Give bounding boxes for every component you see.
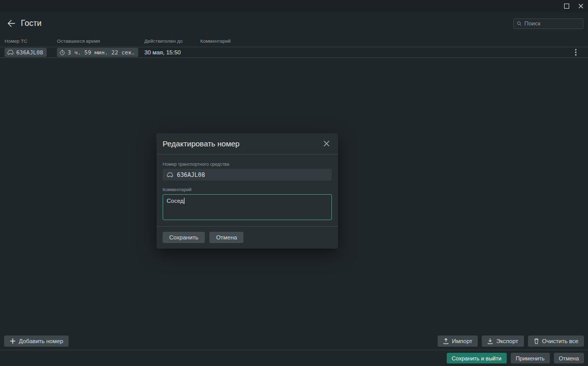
close-icon — [323, 140, 330, 147]
back-button[interactable] — [5, 17, 18, 30]
clear-all-label: Очистить все — [542, 338, 578, 344]
dialog-footer: Сохранить Отмена — [157, 226, 338, 249]
plate-field-label: Номер транспортного средства — [163, 162, 332, 167]
table-header-row: Номер ТС Оставшееся время Действителен д… — [0, 35, 588, 47]
close-icon — [578, 4, 583, 9]
dialog-cancel-button[interactable]: Отмена — [209, 232, 243, 243]
kebab-menu-icon — [575, 49, 577, 56]
column-header-plate: Номер ТС — [0, 38, 57, 44]
search-icon — [517, 21, 522, 26]
dialog-save-button[interactable]: Сохранить — [163, 232, 205, 243]
plus-icon — [10, 338, 16, 344]
add-number-button[interactable]: Добавить номер — [4, 336, 69, 347]
maximize-button[interactable] — [560, 0, 574, 12]
page-header: Гости — [0, 12, 588, 35]
dialog-body: Номер транспортного средства 636AJL08 Ко… — [157, 155, 338, 226]
export-button[interactable]: Экспорт — [482, 336, 523, 347]
footer-bar: Сохранить и выйти Применить Отмена — [0, 350, 588, 366]
titlebar — [0, 0, 588, 12]
import-button[interactable]: Импорт — [438, 336, 478, 347]
export-label: Экспорт — [496, 338, 518, 344]
import-icon — [443, 338, 449, 344]
dialog-title: Редактировать номер — [163, 139, 239, 148]
clear-all-button[interactable]: Очистить все — [528, 336, 584, 347]
comment-field-label: Комментарий — [163, 187, 332, 192]
column-header-comment: Комментарий — [200, 38, 570, 44]
apply-button[interactable]: Применить — [511, 353, 550, 363]
import-label: Импорт — [452, 338, 472, 344]
plate-input[interactable]: 636AJL08 — [163, 169, 332, 180]
column-header-time-left: Оставшееся время — [57, 38, 144, 44]
table-row[interactable]: 636AJL08 3 ч. 59 мин. 22 сек. 30 мая, 15… — [0, 47, 588, 58]
add-number-label: Добавить номер — [19, 338, 63, 344]
cell-plate: 636AJL08 — [0, 48, 57, 57]
save-and-exit-button[interactable]: Сохранить и выйти — [447, 353, 507, 363]
bottom-toolbar: Добавить номер Импорт Экспорт Очистить в… — [0, 332, 588, 350]
comment-textarea[interactable]: Сосед — [163, 194, 332, 220]
maximize-icon — [564, 4, 569, 9]
arrow-left-icon — [7, 20, 15, 27]
trash-icon — [534, 338, 539, 344]
cell-menu — [570, 47, 588, 58]
cell-valid-until: 30 мая, 15:50 — [144, 49, 200, 56]
search-input[interactable] — [524, 20, 580, 26]
export-icon — [487, 338, 493, 344]
plate-text: 636AJL08 — [16, 49, 43, 56]
page-title: Гости — [21, 19, 42, 28]
row-menu-button[interactable] — [570, 47, 582, 58]
valid-until-text: 30 мая, 15:50 — [144, 49, 181, 55]
close-window-button[interactable] — [574, 0, 588, 12]
edit-number-dialog: Редактировать номер Номер транспортного … — [157, 133, 338, 249]
footer-cancel-button[interactable]: Отмена — [554, 353, 584, 363]
text-cursor — [184, 198, 184, 204]
dialog-header: Редактировать номер — [157, 133, 338, 155]
comment-text: Сосед — [167, 198, 183, 204]
car-icon — [167, 172, 173, 177]
time-left-chip: 3 ч. 59 мин. 22 сек. — [57, 48, 138, 57]
car-icon — [7, 50, 14, 55]
dialog-close-button[interactable] — [321, 138, 332, 149]
time-left-text: 3 ч. 59 мин. 22 сек. — [68, 49, 135, 56]
plate-input-value: 636AJL08 — [177, 171, 205, 178]
cell-time-left: 3 ч. 59 мин. 22 сек. — [57, 48, 144, 57]
timer-icon — [59, 50, 65, 55]
toolbar-right-group: Импорт Экспорт Очистить все — [438, 336, 584, 347]
plate-chip: 636AJL08 — [5, 48, 47, 57]
column-header-valid-until: Действителен до — [144, 38, 200, 44]
search-box[interactable] — [513, 18, 583, 29]
